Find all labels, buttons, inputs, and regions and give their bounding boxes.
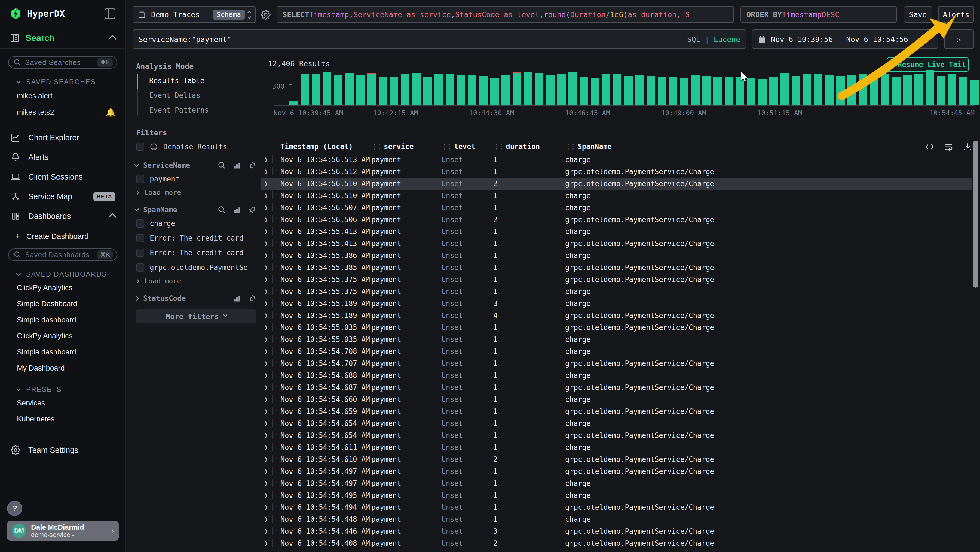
histogram-bar[interactable] (892, 77, 900, 105)
histogram-bar[interactable] (814, 74, 822, 105)
drag-handle-icon[interactable]: ⋮⋮ (371, 143, 381, 150)
expand-row-icon[interactable]: ❯ (264, 515, 268, 523)
team-settings-button[interactable]: Team Settings (0, 440, 125, 460)
column-header-level[interactable]: ⋮⋮level (442, 142, 475, 151)
filter-option[interactable]: grpc.oteldemo.PaymentSe… (131, 260, 261, 275)
filter-chart-icon[interactable] (233, 161, 241, 169)
histogram-bar[interactable] (747, 78, 756, 105)
filter-group-statuscode[interactable]: StatusCode (131, 287, 261, 305)
histogram-bar[interactable] (445, 73, 454, 105)
drag-handle-icon[interactable]: ⋮⋮ (493, 143, 503, 150)
saved-dashboard-item[interactable]: Simple Dashboard (0, 296, 125, 312)
column-header-duration[interactable]: ⋮⋮duration (493, 142, 540, 151)
help-button[interactable]: ? (7, 501, 22, 516)
expand-row-icon[interactable]: ❯ (264, 408, 268, 415)
table-row[interactable]: ❯Nov 6 10:54:56.507 AMpaymentUnset1charg… (261, 202, 972, 214)
histogram-bar[interactable] (646, 76, 655, 105)
expand-row-icon[interactable]: ❯ (264, 348, 268, 355)
table-row[interactable]: ❯Nov 6 10:54:54.495 AMpaymentUnset1charg… (261, 489, 972, 501)
analysis-mode-event-deltas[interactable]: Event Deltas (137, 88, 261, 103)
download-icon[interactable] (963, 142, 972, 152)
filter-checkbox[interactable] (136, 175, 144, 183)
expand-row-icon[interactable]: ❯ (264, 264, 268, 271)
chevron-down-icon[interactable] (134, 163, 139, 167)
drag-handle-icon[interactable]: ⋮⋮ (565, 143, 575, 150)
expand-row-icon[interactable]: ❯ (264, 216, 268, 223)
saved-dashboards-header[interactable]: SAVED DASHBOARDS (0, 261, 125, 278)
table-row[interactable]: ❯Nov 6 10:54:54.654 AMpaymentUnset1grpc.… (261, 429, 972, 441)
expand-row-icon[interactable]: ❯ (264, 491, 268, 499)
expand-row-icon[interactable]: ❯ (264, 228, 268, 235)
table-row[interactable]: ❯Nov 6 10:54:55.189 AMpaymentUnset4grpc.… (261, 310, 972, 322)
table-row[interactable]: ❯Nov 6 10:54:54.611 AMpaymentUnset1charg… (261, 441, 972, 453)
sidebar-item-search[interactable]: Search (0, 27, 125, 48)
table-row[interactable]: ❯Nov 6 10:54:55.035 AMpaymentUnset1grpc.… (261, 322, 972, 333)
language-toggle[interactable]: SQL | Lucene (687, 35, 740, 44)
expand-row-icon[interactable]: ❯ (264, 504, 268, 511)
table-row[interactable]: ❯Nov 6 10:54:56.506 AMpaymentUnset2grpc.… (261, 214, 972, 226)
histogram-bar[interactable] (591, 78, 599, 105)
filter-checkbox[interactable] (136, 234, 144, 242)
histogram-bar[interactable] (546, 75, 555, 105)
expand-row-icon[interactable]: ❯ (264, 288, 268, 295)
sql-select-editor[interactable]: SELECT Timestamp, ServiceName as service… (277, 6, 734, 23)
filter-chart-icon[interactable] (233, 206, 241, 214)
histogram-bar[interactable] (412, 73, 421, 105)
chevron-right-icon[interactable] (134, 296, 139, 301)
histogram-bar[interactable] (758, 79, 767, 105)
sidebar-item-chart-explorer[interactable]: Chart Explorer (0, 128, 125, 147)
histogram-bar[interactable] (579, 77, 588, 105)
histogram-bar[interactable] (334, 75, 342, 105)
sidebar-item-alerts[interactable]: Alerts (0, 147, 125, 167)
histogram-bar[interactable] (848, 75, 856, 105)
expand-row-icon[interactable]: ❯ (264, 396, 268, 403)
histogram-bar[interactable] (390, 77, 398, 105)
saved-search-item[interactable]: mikes tets2🔔 (0, 104, 125, 121)
histogram-bar[interactable] (356, 75, 365, 105)
histogram-bar[interactable] (635, 75, 644, 105)
histogram-bar[interactable] (881, 73, 889, 105)
filter-search-icon[interactable] (218, 206, 226, 214)
filter-pin-icon[interactable] (248, 294, 256, 302)
histogram-bar[interactable] (736, 77, 744, 105)
column-header-service[interactable]: ⋮⋮service (371, 142, 414, 151)
chevron-down-icon[interactable] (134, 207, 139, 211)
table-row[interactable]: ❯Nov 6 10:54:55.413 AMpaymentUnset1grpc.… (261, 238, 972, 250)
expand-row-icon[interactable]: ❯ (264, 372, 268, 379)
histogram-bar[interactable] (468, 75, 476, 105)
expand-row-icon[interactable]: ❯ (264, 384, 268, 391)
histogram-bar[interactable] (825, 75, 834, 105)
histogram-bar[interactable] (613, 74, 622, 105)
drag-handle-icon[interactable]: ⋮⋮ (442, 143, 451, 150)
saved-dashboard-item[interactable]: ClickPy Analytics (0, 328, 125, 344)
expand-row-icon[interactable]: ❯ (264, 324, 268, 331)
source-select[interactable]: Demo Traces Schema (132, 6, 256, 23)
wrap-text-icon[interactable] (944, 142, 953, 152)
expand-row-icon[interactable]: ❯ (264, 432, 268, 439)
histogram-bar[interactable] (301, 73, 309, 105)
sidebar-item-service-map[interactable]: Service MapBETA (0, 187, 125, 206)
column-header-timestamp[interactable]: Timestamp (Local) (280, 142, 353, 151)
table-row[interactable]: ❯Nov 6 10:54:55.375 AMpaymentUnset1charg… (261, 286, 972, 298)
histogram-bar[interactable] (323, 72, 331, 105)
table-row[interactable]: ❯Nov 6 10:54:55.413 AMpaymentUnset1charg… (261, 226, 972, 238)
saved-dashboards-input[interactable]: Saved Dashboards ⌘K (8, 249, 117, 261)
filter-group-spanname[interactable]: SpanName (131, 199, 261, 216)
histogram-bar[interactable] (970, 80, 978, 105)
histogram-bar[interactable] (780, 73, 789, 105)
table-row[interactable]: ❯Nov 6 10:54:56.510 AMpaymentUnset2grpc.… (261, 178, 972, 190)
filter-option[interactable]: Error: The credit card … (131, 231, 261, 246)
expand-row-icon[interactable]: ❯ (264, 360, 268, 367)
sidebar-collapse-icon[interactable] (105, 8, 115, 19)
saved-search-item[interactable]: mikes alert (0, 88, 125, 104)
histogram-bar[interactable] (312, 74, 320, 105)
expand-row-icon[interactable]: ❯ (264, 312, 268, 319)
table-row[interactable]: ❯Nov 6 10:54:54.446 AMpaymentUnset3grpc.… (261, 525, 972, 537)
histogram-bar[interactable] (669, 77, 677, 105)
histogram-bar[interactable] (836, 76, 845, 105)
histogram-bar[interactable] (479, 76, 488, 105)
histogram-bar[interactable] (490, 78, 499, 105)
histogram-bar[interactable] (769, 77, 778, 105)
table-row[interactable]: ❯Nov 6 10:54:54.659 AMpaymentUnset1grpc.… (261, 405, 972, 417)
filter-group-servicename[interactable]: ServiceName (131, 154, 261, 172)
